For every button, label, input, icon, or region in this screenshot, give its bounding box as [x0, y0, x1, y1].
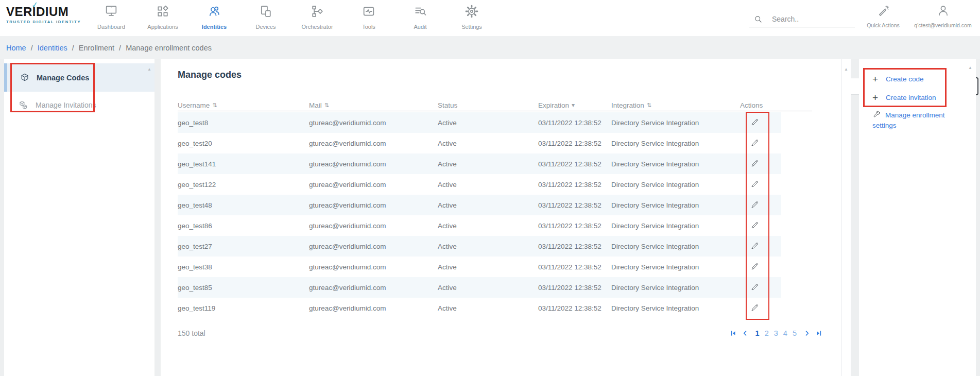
- cell-expiration: 03/11/2022 12:38:52: [538, 160, 611, 168]
- cell-actions: [740, 303, 781, 314]
- nav-item-audit[interactable]: Audit: [394, 2, 446, 30]
- user-menu[interactable]: q'ctest@veridiumid.com: [910, 4, 975, 28]
- last-page-button[interactable]: [815, 330, 822, 337]
- cell-username: geo_test85: [178, 284, 309, 292]
- nav-item-dashboard[interactable]: Dashboard: [85, 2, 137, 30]
- first-page-button[interactable]: [730, 330, 737, 337]
- edit-code-button[interactable]: [750, 241, 760, 250]
- monitor-icon: [104, 4, 118, 19]
- right-panel: +Create code +Create invitation Manage e…: [859, 59, 976, 376]
- nav-item-label: Audit: [414, 24, 426, 30]
- breadcrumb-bar: Home / Identities / Enrollment / Manage …: [0, 36, 980, 59]
- column-header-integration[interactable]: Integration ⇅: [611, 101, 740, 109]
- manage-enrollment-settings-link[interactable]: Manage enrollment settings: [872, 110, 957, 131]
- nav-item-settings[interactable]: Settings: [446, 2, 497, 30]
- global-search-input[interactable]: [771, 14, 843, 24]
- cell-expiration: 03/11/2022 12:38:52: [538, 243, 611, 250]
- nav-item-orchestrator[interactable]: Orchestrator: [291, 2, 343, 30]
- breadcrumb-home[interactable]: Home: [6, 44, 26, 52]
- page-link-1[interactable]: 1: [755, 329, 760, 337]
- pencil-icon: [750, 200, 760, 209]
- sort-icon: ⇅: [212, 102, 217, 109]
- sidebar-item-label: Manage Codes: [37, 74, 89, 82]
- cell-status: Active: [438, 201, 538, 209]
- veridium-logo[interactable]: VERIDIUM ✓ TRUSTED DIGITAL IDENTITY: [6, 6, 83, 24]
- page-link-3[interactable]: 3: [774, 329, 778, 337]
- table-row: geo_test141 gtureac@veridiumid.com Activ…: [178, 153, 781, 174]
- sidebar-item-manage-invitations[interactable]: Manage Invitations: [4, 92, 154, 118]
- nav-item-devices[interactable]: Devices: [240, 2, 291, 30]
- edit-code-button[interactable]: [750, 262, 760, 271]
- cell-username: geo_test8: [178, 119, 309, 127]
- scroll-up-icon[interactable]: ▲: [968, 65, 972, 70]
- create-invitation-link[interactable]: +Create invitation: [872, 93, 957, 103]
- scroll-up-icon[interactable]: ▲: [147, 67, 151, 72]
- edit-code-button[interactable]: [750, 282, 760, 292]
- column-header-mail[interactable]: Mail ⇅: [309, 101, 438, 109]
- devices-icon: [259, 4, 273, 19]
- pencil-icon: [750, 220, 760, 230]
- cell-actions: [740, 282, 781, 293]
- sidebar-item-manage-codes[interactable]: Manage Codes: [4, 63, 154, 92]
- cell-mail: gtureac@veridiumid.com: [309, 160, 438, 168]
- cell-integration: Directory Service Integration: [611, 304, 740, 312]
- magic-wand-icon: [877, 5, 890, 18]
- nav-item-tools[interactable]: Tools: [343, 2, 394, 30]
- scroll-up-icon[interactable]: ▲: [844, 67, 848, 72]
- cell-status: Active: [438, 304, 538, 312]
- quick-actions-button[interactable]: Quick Actions: [864, 5, 903, 28]
- edit-code-button[interactable]: [750, 220, 760, 230]
- edit-code-button[interactable]: [750, 303, 760, 312]
- nav-item-applications[interactable]: Applications: [137, 2, 188, 30]
- cell-integration: Directory Service Integration: [611, 140, 740, 147]
- cube-icon: [20, 73, 30, 83]
- pencil-icon: [750, 159, 760, 168]
- table-row: geo_test122 gtureac@veridiumid.com Activ…: [178, 174, 781, 195]
- pencil-icon: [750, 241, 760, 250]
- cell-username: geo_test141: [178, 160, 309, 168]
- table-header: Username ⇅ Mail ⇅ Status Expiration ▾ In…: [178, 98, 781, 112]
- create-code-link[interactable]: +Create code: [872, 74, 957, 84]
- identities-icon: [207, 4, 221, 19]
- edit-code-button[interactable]: [750, 200, 760, 209]
- cell-actions: [740, 262, 781, 272]
- cell-expiration: 03/11/2022 12:38:52: [538, 304, 611, 312]
- cell-username: geo_test27: [178, 243, 309, 250]
- column-header-status[interactable]: Status: [438, 101, 538, 109]
- cell-username: geo_test48: [178, 201, 309, 209]
- user-email: q'ctest@veridiumid.com: [910, 22, 975, 28]
- edit-code-button[interactable]: [750, 138, 760, 147]
- previous-page-button[interactable]: [742, 330, 749, 337]
- column-header-actions[interactable]: Actions: [740, 101, 781, 109]
- cell-username: geo_test122: [178, 181, 309, 189]
- cell-status: Active: [438, 140, 538, 147]
- brand-checkmark-icon: ✓: [31, 1, 39, 9]
- cell-status: Active: [438, 263, 538, 271]
- next-page-icon: [803, 330, 811, 337]
- cell-integration: Directory Service Integration: [611, 160, 740, 168]
- nav-item-identities[interactable]: Identities: [188, 2, 240, 30]
- column-header-expiration[interactable]: Expiration ▾: [538, 101, 611, 109]
- table-row: geo_test20 gtureac@veridiumid.com Active…: [178, 133, 781, 153]
- next-page-button[interactable]: [803, 330, 811, 337]
- column-header-username[interactable]: Username ⇅: [178, 101, 309, 109]
- cell-expiration: 03/11/2022 12:38:52: [538, 181, 611, 189]
- edit-code-button[interactable]: [750, 117, 760, 127]
- cell-integration: Directory Service Integration: [611, 243, 740, 250]
- cell-mail: gtureac@veridiumid.com: [309, 304, 438, 312]
- cell-username: geo_test86: [178, 222, 309, 230]
- cell-expiration: 03/11/2022 12:38:52: [538, 119, 611, 127]
- wrench-icon: [872, 110, 881, 119]
- breadcrumb-identities[interactable]: Identities: [38, 44, 67, 52]
- last-page-icon: [815, 330, 822, 337]
- page-link-4[interactable]: 4: [783, 329, 787, 337]
- page-link-5[interactable]: 5: [793, 329, 797, 337]
- plus-icon: +: [872, 74, 881, 84]
- audit-icon: [413, 4, 427, 19]
- page-link-2[interactable]: 2: [765, 329, 769, 337]
- edit-code-button[interactable]: [750, 179, 760, 189]
- user-icon: [936, 4, 950, 18]
- cell-username: geo_test38: [178, 263, 309, 271]
- cell-expiration: 03/11/2022 12:38:52: [538, 284, 611, 292]
- edit-code-button[interactable]: [750, 159, 760, 168]
